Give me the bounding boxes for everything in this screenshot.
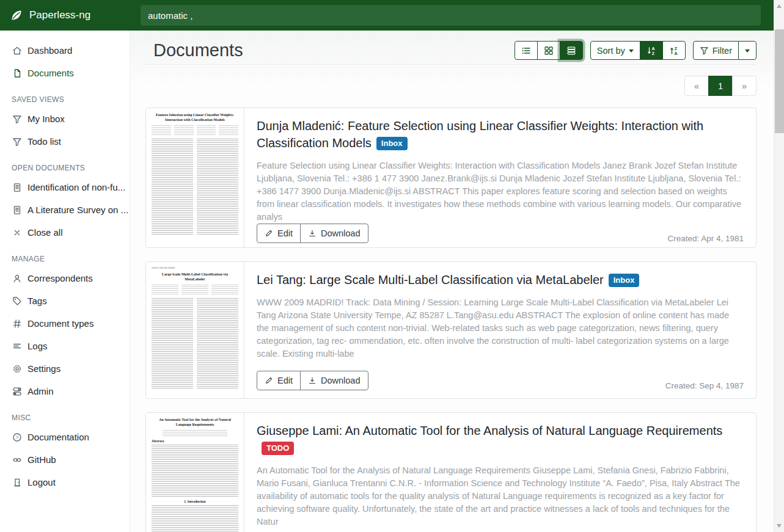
sidebar-item-settings[interactable]: Settings [0,357,130,380]
house-icon [12,46,22,56]
thumbnail-header-left: WWW 2009 MADRID! [152,266,175,269]
svg-text:A: A [674,51,677,55]
sidebar-section-manage: MANAGE [0,255,130,267]
question-circle-icon: ? [12,432,22,442]
door-icon [12,478,22,487]
sidebar-item-admin[interactable]: Admin [0,380,130,403]
sidebar-item-documentation[interactable]: ? Documentation [0,426,130,448]
sidebar-item-github[interactable]: GitHub [0,448,130,471]
download-icon [308,229,317,238]
sidebar-section-open-documents: OPEN DOCUMENTS [0,164,130,176]
sort-by-button[interactable]: Sort by [590,41,640,60]
sort-alpha-up-icon: Z A [669,46,679,56]
pagination-page-1-button[interactable]: 1 [708,76,733,96]
sort-desc-button[interactable]: Z A [662,41,686,60]
document-title[interactable]: Giuseppe Lami: An Automatic Tool for the… [257,422,744,456]
main-content: Documents [130,31,774,532]
document-actions: Edit Download [257,371,368,390]
file-text-icon [12,205,22,215]
gear-icon [12,364,22,374]
sidebar-item-label: GitHub [27,454,56,465]
document-description: Feature Selection using Linear Classifie… [257,159,744,224]
svg-text:A: A [651,46,654,51]
svg-text:Z: Z [652,51,655,55]
svg-text:Z: Z [675,46,678,51]
download-button[interactable]: Download [300,224,368,243]
sidebar-item-label: Logout [27,477,56,487]
view-detail-button[interactable] [560,41,583,60]
top-navbar: Paperless-ng [0,0,774,31]
toolbar: Sort by A Z Z A [515,41,757,60]
sidebar-item-document-types[interactable]: Document types [0,312,130,335]
sidebar: Dashboard Documents SAVED VIEWS My Inbox… [0,31,130,532]
document-list: Feature Selection using Linear Classifie… [145,107,757,532]
thumbnail-title: Large Scale Multi-Label Classification v… [152,272,238,282]
filter-icon [12,137,22,147]
sidebar-item-tags[interactable]: Tags [0,290,130,312]
brand[interactable]: Paperless-ng [0,9,130,22]
close-icon [12,228,22,238]
document-thumbnail[interactable]: An Automatic Tool for the Analysis of Na… [146,413,244,532]
scroll-down-arrow-icon[interactable] [777,524,782,528]
thumb-authors-lines [152,125,238,135]
sidebar-item-close-all[interactable]: Close all [0,221,130,244]
sidebar-item-logs[interactable]: Logs [0,335,130,357]
sidebar-item-todo-list[interactable]: Todo list [0,130,130,153]
filter-button[interactable]: Filter [693,41,739,60]
document-card-body: Giuseppe Lami: An Automatic Tool for the… [244,413,756,532]
sidebar-item-documents[interactable]: Documents [0,62,130,84]
toggles-icon [12,387,22,396]
download-label: Download [321,228,361,238]
tag-badge-inbox[interactable]: Inbox [609,274,640,287]
view-toggle-group [515,41,583,60]
thumb-text-lines [152,298,238,390]
scroll-up-arrow-icon[interactable] [777,4,782,8]
filter-dropdown-button[interactable] [738,41,757,60]
document-title[interactable]: Dunja Mladenić: Feature Selection using … [257,117,744,151]
sidebar-item-open-doc-1[interactable]: Identification of non-fu... [0,176,130,199]
sidebar-item-correspondents[interactable]: Correspondents [0,267,130,290]
view-grid-button[interactable] [537,41,560,60]
sort-asc-button[interactable]: A Z [640,41,663,60]
sidebar-item-label: Dashboard [27,45,72,56]
vertical-scrollbar[interactable] [774,0,784,532]
filter-icon [700,46,709,55]
download-icon [308,376,317,385]
edit-button[interactable]: Edit [257,224,301,243]
grid-view-icon [544,46,554,56]
thumb-text-lines [152,139,238,235]
scrollbar-thumb[interactable] [775,29,784,133]
thumbnail-intro-label: 1. Introduction [152,500,238,503]
document-thumbnail[interactable]: WWW 2009 MADRID! Large Scale Multi-Label… [146,262,244,398]
pagination-next-button[interactable]: » [732,76,757,96]
detail-view-icon [566,46,576,56]
sidebar-item-label: My Inbox [27,114,65,124]
search-input[interactable] [141,5,761,26]
text-lines-icon [12,341,22,351]
sidebar-item-label: A Literature Survey on ... [27,205,128,215]
page-title: Documents [153,40,243,60]
sidebar-item-label: Identification of non-fu... [27,182,125,192]
tag-badge-todo[interactable]: TODO [262,442,294,455]
download-label: Download [321,376,361,385]
edit-button[interactable]: Edit [257,371,301,390]
sidebar-section-misc: MISC [0,414,130,426]
pagination-prev-button[interactable]: « [684,76,709,96]
document-description: An Automatic Tool for the Analysis of Na… [257,464,744,528]
view-list-button[interactable] [515,41,538,60]
sidebar-item-dashboard[interactable]: Dashboard [0,39,130,62]
download-button[interactable]: Download [300,371,368,390]
sidebar-item-label: Logs [27,341,48,351]
sidebar-item-my-inbox[interactable]: My Inbox [0,107,130,130]
sort-by-label: Sort by [597,46,625,56]
sidebar-item-label: Close all [27,227,63,238]
sidebar-item-logout[interactable]: Logout [0,471,130,494]
hash-icon [12,319,22,329]
document-thumbnail[interactable]: Feature Selection using Linear Classifie… [146,108,244,247]
caret-down-icon [629,49,634,53]
document-title[interactable]: Lei Tang: Large Scale Multi-Label Classi… [257,271,744,288]
sidebar-section-saved-views: SAVED VIEWS [0,95,130,107]
tag-badge-inbox[interactable]: Inbox [376,137,408,150]
thumb-text-lines [152,505,238,532]
sidebar-item-open-doc-2[interactable]: A Literature Survey on ... [0,199,130,221]
